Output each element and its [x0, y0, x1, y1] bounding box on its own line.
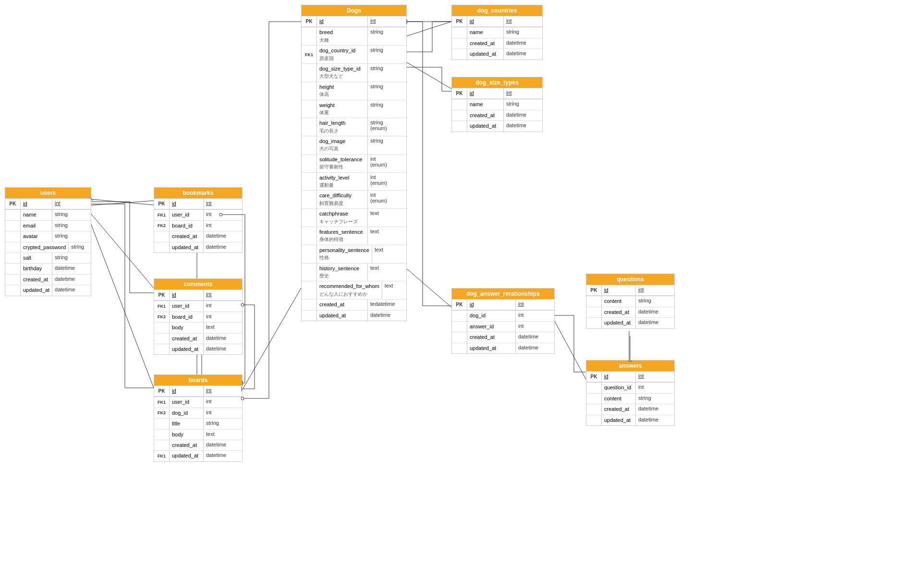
field-type: string: [368, 64, 406, 82]
row-avatar: avatar string: [5, 231, 91, 242]
field-name: created_at: [170, 440, 204, 450]
field-name: body: [170, 323, 204, 333]
pk-empty: [302, 173, 317, 191]
field-type: int: [204, 210, 242, 220]
row-dog-id: dog_id int: [452, 311, 554, 321]
pk-empty: [452, 49, 467, 59]
field-type: int(enum): [368, 191, 406, 208]
field-name: weight体重: [317, 100, 368, 118]
field-name: updated_at: [602, 318, 636, 328]
field-type: int: [204, 290, 242, 300]
row-id: PK id int: [154, 386, 242, 397]
pk-empty: [5, 264, 21, 274]
pk-empty: [154, 419, 170, 429]
pk-empty: [586, 383, 602, 393]
row-created: created_at datetime: [5, 275, 91, 285]
table-dogs-row-solitude: solitude_tolerance留守番耐性 int(enum): [302, 155, 406, 173]
pk-empty: [452, 322, 467, 332]
field-name: updated_at: [467, 343, 516, 353]
row-created: created_at datetime: [586, 404, 674, 415]
field-type: string(enum): [368, 118, 406, 136]
row-updated: updated_at datetime: [586, 318, 674, 328]
pk-empty: [302, 82, 317, 100]
field-type: datetime: [204, 242, 242, 252]
field-name: created_at: [170, 334, 204, 344]
field-type: string: [368, 82, 406, 100]
table-dogs-row-breed: breed犬種 string: [302, 27, 406, 46]
field-name: name: [467, 27, 504, 37]
field-name: created_at: [602, 404, 636, 414]
field-type: int(enum): [368, 155, 406, 172]
row-birthday: birthday datetime: [5, 264, 91, 274]
field-name: updated_at: [170, 451, 204, 461]
field-type: string: [504, 27, 542, 37]
row-id: PK id int: [586, 372, 674, 382]
row-content: content string: [586, 394, 674, 404]
field-name: dog_id: [467, 311, 516, 321]
table-dogs-row-recommended: recommended_for_whomどんな人におすすめか text: [302, 281, 406, 300]
table-dogs-row-height: height体高 string: [302, 82, 406, 100]
table-dogs-row-features: features_sentence身体的特徴 text: [302, 227, 406, 245]
pk-empty: [154, 430, 170, 440]
table-dogs: Dogs PK id int breed犬種 string FK1 dog_co…: [301, 5, 407, 321]
row-created: created_at datetime: [154, 334, 242, 344]
row-updated: updated_at datetime: [452, 121, 542, 131]
field-type: string: [636, 296, 674, 306]
field-type: text: [368, 264, 406, 281]
field-name: created_at: [467, 332, 516, 342]
field-type: datetime: [52, 275, 91, 285]
pk-empty: [586, 404, 602, 414]
field-type: int: [636, 383, 674, 393]
field-name: updated_at: [467, 121, 504, 131]
pk-label: PK: [154, 386, 170, 396]
pk-empty: [302, 281, 317, 299]
row-updated: updated_at datetime: [154, 242, 242, 252]
field-name: dog_country_id原産国: [317, 46, 368, 63]
table-dogs-row-id: PK id int: [302, 16, 406, 27]
field-name: updated_at: [467, 49, 504, 59]
row-id: PK id int: [452, 16, 542, 27]
fk-label: FK1: [154, 210, 170, 220]
pk-empty: [302, 245, 317, 263]
field-type: datetime: [636, 307, 674, 317]
field-type: int: [636, 285, 674, 295]
field-name: updated_at: [317, 311, 368, 321]
pk-label: PK: [5, 199, 21, 209]
pk-empty: [154, 344, 170, 354]
pk-empty: [302, 136, 317, 154]
field-type: datetime: [504, 49, 542, 59]
field-type: text: [368, 227, 406, 245]
row-question-id: question_id int: [586, 383, 674, 393]
table-bookmarks-header: bookmarks: [154, 188, 242, 199]
pk-empty: [586, 394, 602, 404]
field-name: id: [602, 285, 636, 295]
table-users-header: users: [5, 188, 91, 199]
field-name: id: [170, 290, 204, 300]
table-comments-header: comments: [154, 279, 242, 290]
field-type: text: [368, 209, 406, 227]
field-type: int: [368, 16, 406, 26]
row-user-id: FK1 user_id int: [154, 397, 242, 408]
field-name: id: [467, 300, 516, 310]
pk-empty: [154, 323, 170, 333]
field-name: name: [467, 99, 504, 109]
row-name: name string: [452, 99, 542, 110]
pk-label: PK: [154, 290, 170, 300]
field-type: int: [204, 397, 242, 407]
table-dog-countries: dog_countries PK id int name string crea…: [451, 5, 543, 60]
table-answers: answers PK id int question_id int conten…: [586, 360, 675, 426]
field-name: activity_level運動量: [317, 173, 368, 191]
field-name: id: [170, 386, 204, 396]
pk-empty: [586, 307, 602, 317]
row-title: title string: [154, 419, 242, 429]
table-dogs-row-updated: updated_at datetime: [302, 311, 406, 321]
row-id: PK id int: [154, 199, 242, 209]
field-type: datetime: [204, 344, 242, 354]
field-type: int: [204, 199, 242, 209]
field-name: user_id: [170, 397, 204, 407]
row-updated: updated_at datetime: [5, 285, 91, 295]
field-type: datetime: [52, 285, 91, 295]
table-dog-size-types: dog_size_types PK id int name string cre…: [451, 77, 543, 132]
row-email: email string: [5, 221, 91, 231]
field-type: datetime: [516, 343, 554, 353]
